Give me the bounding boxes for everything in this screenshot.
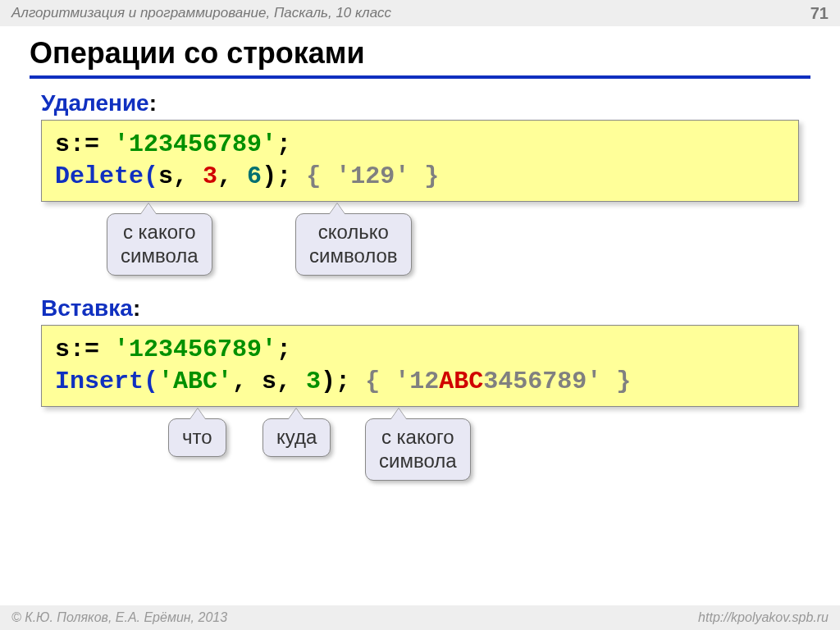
delete-callouts: с какого символа сколько символов: [41, 213, 799, 295]
callout-tail-icon: [390, 409, 407, 420]
callout-tail-icon: [189, 409, 206, 420]
insert-label: Вставка:: [41, 295, 799, 322]
callout-from-symbol-2: с какого символа: [365, 418, 471, 481]
header-bar: Алгоритмизация и программирование, Паска…: [0, 0, 840, 26]
delete-code: s:= '123456789'; Delete(s, 3, 6); { '129…: [41, 120, 799, 202]
callout-from-symbol: с какого символа: [107, 213, 212, 276]
delete-label: Удаление:: [41, 90, 799, 116]
code-line: s:= '123456789';: [55, 129, 785, 161]
footer-copyright: © К.Ю. Поляков, Е.А. Ерёмин, 2013: [11, 610, 227, 625]
insert-callouts: что куда с какого символа: [41, 418, 799, 509]
callout-tail-icon: [140, 203, 157, 215]
page-number: 71: [810, 4, 829, 23]
callout-how-many: сколько символов: [295, 213, 412, 276]
callout-where: куда: [262, 418, 331, 457]
footer-url: http://kpolyakov.spb.ru: [698, 610, 829, 625]
content: Удаление: s:= '123456789'; Delete(s, 3, …: [0, 82, 840, 509]
callout-tail-icon: [288, 409, 304, 420]
code-line: Delete(s, 3, 6); { '129' }: [55, 161, 785, 193]
header-course: Алгоритмизация и программирование, Паска…: [11, 5, 391, 21]
insert-code: s:= '123456789'; Insert('ABC', s, 3); { …: [41, 325, 799, 407]
page-title: Операции со строками: [30, 36, 810, 79]
code-line: s:= '123456789';: [55, 334, 785, 366]
callout-what: что: [168, 418, 226, 457]
footer-bar: © К.Ю. Поляков, Е.А. Ерёмин, 2013 http:/…: [0, 605, 840, 630]
slide: Алгоритмизация и программирование, Паска…: [0, 0, 840, 630]
code-line: Insert('ABC', s, 3); { '12ABC3456789' }: [55, 366, 785, 398]
callout-tail-icon: [329, 203, 345, 215]
